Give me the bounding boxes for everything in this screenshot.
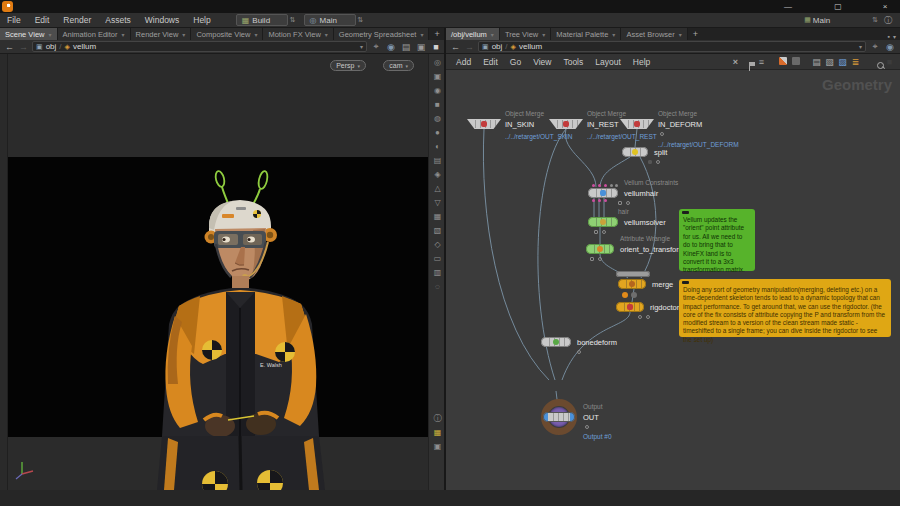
globe-icon[interactable]: ◉ xyxy=(385,42,397,52)
chevron-down-icon[interactable]: ▾ xyxy=(542,31,545,38)
viewport-tool-icon[interactable]: ◍ xyxy=(431,113,444,124)
pin-icon[interactable]: ⌖ xyxy=(869,41,881,52)
viewport-tool-icon[interactable]: ▣ xyxy=(431,71,444,82)
chevron-down-icon[interactable]: ▾ xyxy=(420,31,423,38)
node-vellumhair[interactable]: Vellum Constraints vellumhair hair xyxy=(588,188,618,198)
viewport-tool-icon[interactable]: ▽ xyxy=(431,197,444,208)
breadcrumb-root[interactable]: obj xyxy=(492,42,503,51)
net-menu-view[interactable]: View xyxy=(527,57,557,67)
node-flag[interactable] xyxy=(598,257,602,261)
maximize-button[interactable]: ▢ xyxy=(831,0,845,13)
menu-render[interactable]: Render xyxy=(56,13,98,28)
menu-edit[interactable]: Edit xyxy=(28,13,57,28)
close-button[interactable]: × xyxy=(878,0,892,13)
tab-motion-fx-view[interactable]: Motion FX View▾ xyxy=(263,28,333,40)
chevron-down-icon[interactable]: ▾ xyxy=(679,31,682,38)
node-rigdoctor[interactable]: rigdoctor xyxy=(616,302,644,312)
chevron-down-icon[interactable]: ▾ xyxy=(325,31,328,38)
node-vellumsolver[interactable]: vellumsolver xyxy=(588,217,618,227)
overview-icon[interactable]: ■ xyxy=(883,57,896,67)
net-menu-edit[interactable]: Edit xyxy=(477,57,504,67)
viewport-tool-icon[interactable]: ▥ xyxy=(431,267,444,278)
back-icon[interactable]: ← xyxy=(450,42,461,52)
pane-splitter[interactable] xyxy=(444,28,446,490)
tab-composite-view[interactable]: Composite View▾ xyxy=(191,28,263,40)
persp-view-selector[interactable]: Persp▾ xyxy=(330,60,366,71)
node-flag[interactable] xyxy=(646,315,650,319)
breadcrumb-current[interactable]: vellum xyxy=(519,42,542,51)
main-shelf-spinner[interactable]: ⇅ xyxy=(356,16,366,24)
tab-render-view[interactable]: Render View▾ xyxy=(131,28,192,40)
node-in-skin[interactable]: Object Merge IN_SKIN ../../retarget/OUT_… xyxy=(467,119,501,129)
viewport-tool-icon[interactable]: ◎ xyxy=(431,57,444,68)
chevron-down-icon[interactable]: ▾ xyxy=(48,31,51,38)
snapshot-grid-icon[interactable]: ▦ xyxy=(431,427,444,438)
node-flag[interactable] xyxy=(648,160,652,164)
node-bonedeform[interactable]: bonedeform xyxy=(541,337,571,347)
viewport-tool-icon[interactable]: ◇ xyxy=(431,239,444,250)
node-flag[interactable] xyxy=(618,201,622,205)
pane-menu-icon[interactable]: ▾ xyxy=(893,33,896,40)
net-menu-help[interactable]: Help xyxy=(627,57,656,67)
chevron-down-icon[interactable]: ▾ xyxy=(491,31,494,38)
node-flag[interactable] xyxy=(594,230,598,234)
color-palette-icon[interactable] xyxy=(776,57,789,67)
build-shelf-spinner[interactable]: ⇅ xyxy=(288,16,298,24)
tab-asset-browser[interactable]: Asset Browser▾ xyxy=(621,28,687,40)
viewport-tool-icon[interactable]: △ xyxy=(431,183,444,194)
viewport-tool-icon[interactable]: ◌ xyxy=(431,281,444,292)
minimize-button[interactable]: — xyxy=(781,0,795,13)
viewport-3d[interactable]: E. Walsh xyxy=(8,54,428,490)
net-menu-add[interactable]: Add xyxy=(450,57,477,67)
note-collapse-handle[interactable] xyxy=(682,211,689,214)
right-path-field[interactable]: ▣ obj / ◈ vellum ▾ xyxy=(478,41,866,52)
pin-icon[interactable]: ⌖ xyxy=(370,41,382,52)
node-orient-to-transform[interactable]: Attribute Wrangle orient_to_transform xyxy=(586,244,614,254)
node-flag[interactable] xyxy=(602,230,606,234)
chevron-down-icon[interactable]: ▾ xyxy=(254,31,257,38)
wrench-icon[interactable]: × xyxy=(729,57,742,67)
main-shelf-selector[interactable]: ◎ Main xyxy=(304,14,356,26)
doc-icon[interactable]: ▤ xyxy=(810,57,823,67)
node-split[interactable]: split xyxy=(622,147,648,157)
viewport-tool-icon[interactable]: ● xyxy=(431,127,444,138)
display-options-icon[interactable]: ■ xyxy=(430,42,442,52)
tab-scene-view[interactable]: Scene View▾ xyxy=(0,28,58,40)
left-path-field[interactable]: ▣ obj / ◈ vellum ▾ xyxy=(32,41,367,52)
back-icon[interactable]: ← xyxy=(4,42,15,52)
path-dropdown-icon[interactable]: ▾ xyxy=(360,43,363,50)
forward-icon[interactable]: → xyxy=(18,42,29,52)
bars-icon[interactable]: ≣ xyxy=(849,57,862,67)
globe-icon[interactable]: ◉ xyxy=(884,42,896,52)
sticky-note-rigdoctor[interactable]: Doing any sort of geometry manipulation(… xyxy=(679,279,891,337)
merge-input-bundle[interactable] xyxy=(616,271,650,277)
chevron-down-icon[interactable]: ▾ xyxy=(122,31,125,38)
viewport-tool-icon[interactable]: ■ xyxy=(431,99,444,110)
viewport-tool-icon[interactable]: ▦ xyxy=(431,211,444,222)
menu-windows[interactable]: Windows xyxy=(138,13,186,28)
menu-file[interactable]: File xyxy=(0,13,28,28)
add-tab-button[interactable]: + xyxy=(688,28,703,40)
desktop-selector[interactable]: Main xyxy=(813,16,830,25)
camera-selector[interactable]: cam▾ xyxy=(383,60,414,71)
breadcrumb-root[interactable]: obj xyxy=(46,42,57,51)
node-flag[interactable] xyxy=(656,160,660,164)
net-menu-go[interactable]: Go xyxy=(504,57,527,67)
chevron-down-icon[interactable]: ▾ xyxy=(182,31,185,38)
note-icon[interactable]: ▧ xyxy=(823,57,836,67)
node-flag[interactable] xyxy=(577,350,581,354)
path-dropdown-icon[interactable]: ▾ xyxy=(859,43,862,50)
node-flag[interactable] xyxy=(626,201,630,205)
layers-icon[interactable]: ▨ xyxy=(836,57,849,67)
node-flag[interactable] xyxy=(638,315,642,319)
add-tab-button[interactable]: + xyxy=(429,28,444,40)
node-flag[interactable] xyxy=(585,425,589,429)
node-flag[interactable] xyxy=(590,257,594,261)
breadcrumb-current[interactable]: vellum xyxy=(73,42,96,51)
viewport-tool-icon[interactable]: ◈ xyxy=(431,169,444,180)
node-merge[interactable]: merge xyxy=(618,279,646,289)
build-shelf-selector[interactable]: ▦ Build xyxy=(236,14,288,26)
node-in-deform[interactable]: Object Merge IN_DEFORM ../../retarget/OU… xyxy=(620,119,654,129)
viewport-tool-icon[interactable]: ◉ xyxy=(431,85,444,96)
network-canvas[interactable]: Geometry xyxy=(446,72,900,474)
